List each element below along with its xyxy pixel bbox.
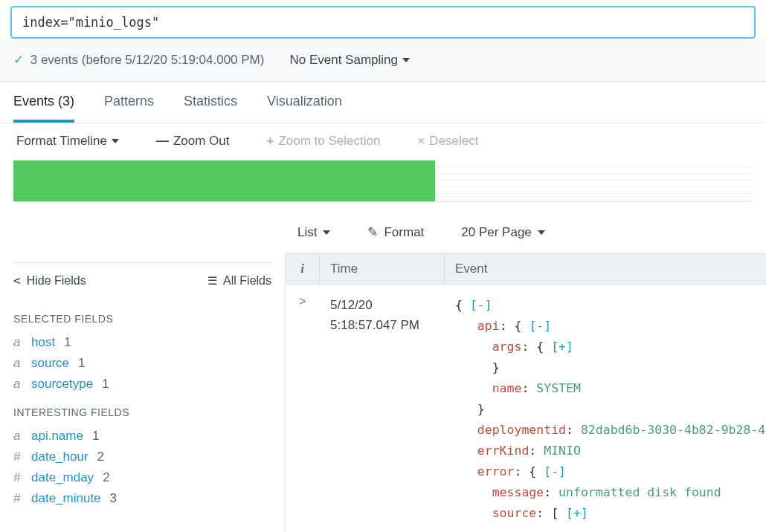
expand-event-button[interactable]: > [286, 285, 320, 532]
event-column-header[interactable]: Event [445, 254, 766, 284]
field-type-icon: a [13, 335, 25, 350]
tab-visualization[interactable]: Visualization [267, 94, 342, 123]
events-table-header: i Time Event [286, 253, 766, 285]
field-api-name[interactable]: a api.name 1 [13, 426, 271, 447]
per-page-dropdown[interactable]: 20 Per Page [461, 224, 545, 240]
expand-toggle[interactable]: [+] [551, 340, 573, 354]
event-time-cell: 5/12/20 5:18:57.047 PM [320, 285, 445, 532]
tab-statistics[interactable]: Statistics [184, 94, 237, 123]
results-display-controls: List ✎ Format 20 Per Page [0, 202, 766, 253]
chevron-down-icon [112, 139, 119, 143]
field-type-icon: a [13, 429, 25, 444]
hide-fields-button[interactable]: < Hide Fields [13, 273, 86, 288]
info-column-header[interactable]: i [286, 254, 320, 284]
field-type-icon: a [13, 356, 25, 371]
pencil-icon: ✎ [367, 224, 378, 240]
timeline-bar [13, 160, 435, 201]
expand-toggle[interactable]: [+] [566, 506, 588, 520]
timeline-controls: Format Timeline — Zoom Out + Zoom to Sel… [0, 123, 766, 156]
field-date-minute[interactable]: # date_minute 3 [13, 488, 271, 509]
status-events: ✓ 3 events (before 5/12/20 5:19:04.000 P… [13, 52, 264, 68]
collapse-toggle[interactable]: [-] [544, 464, 566, 479]
plus-icon: + [266, 134, 274, 149]
field-type-icon: # [13, 470, 25, 485]
field-sourcetype[interactable]: a sourcetype 1 [13, 374, 271, 395]
field-date-mday[interactable]: # date_mday 2 [13, 467, 271, 488]
field-type-icon: # [13, 450, 25, 464]
time-column-header[interactable]: Time [320, 254, 445, 284]
zoom-out-button[interactable]: — Zoom Out [156, 134, 230, 149]
results-tabs: Events (3) Patterns Statistics Visualiza… [0, 82, 766, 123]
event-row: > 5/12/20 5:18:57.047 PM { [-] api: { [-… [286, 285, 766, 532]
all-fields-button[interactable]: ☰ All Fields [207, 274, 271, 288]
check-icon: ✓ [13, 53, 24, 67]
field-type-icon: a [13, 377, 25, 392]
search-input[interactable]: index="minio_logs" [10, 6, 756, 39]
list-mode-dropdown[interactable]: List [297, 224, 330, 240]
tab-events[interactable]: Events (3) [13, 94, 74, 123]
tab-patterns[interactable]: Patterns [104, 94, 154, 123]
timeline-histogram[interactable] [13, 160, 753, 202]
events-table: i Time Event > 5/12/20 5:18:57.047 PM { … [285, 253, 766, 532]
event-sampling-dropdown[interactable]: No Event Sampling [289, 53, 410, 68]
minus-icon: — [156, 134, 169, 149]
format-button[interactable]: ✎ Format [367, 224, 424, 240]
collapse-toggle[interactable]: [-] [529, 319, 551, 333]
field-source[interactable]: a source 1 [13, 353, 271, 374]
status-bar: ✓ 3 events (before 5/12/20 5:19:04.000 P… [0, 39, 766, 82]
chevron-left-icon: < [13, 273, 21, 288]
interesting-fields-title: INTERESTING FIELDS [13, 406, 271, 418]
selected-fields-title: SELECTED FIELDS [13, 313, 271, 325]
deselect-button: × Deselect [417, 134, 478, 149]
field-type-icon: # [13, 491, 25, 506]
chevron-down-icon [402, 58, 410, 62]
status-text: 3 events (before 5/12/20 5:19:04.000 PM) [30, 53, 265, 67]
collapse-toggle[interactable]: [-] [470, 298, 492, 312]
zoom-to-selection-button: + Zoom to Selection [266, 134, 380, 149]
chevron-right-icon: > [299, 295, 306, 308]
event-raw-cell[interactable]: { [-] api: { [-] args: { [+] } name: SYS… [445, 285, 766, 532]
chevron-down-icon [323, 230, 330, 235]
fields-sidebar: < Hide Fields ☰ All Fields SELECTED FIEL… [0, 253, 285, 532]
field-host[interactable]: a host 1 [13, 332, 271, 353]
format-timeline-dropdown[interactable]: Format Timeline [16, 134, 119, 149]
field-date-hour[interactable]: # date_hour 2 [13, 447, 271, 467]
list-icon: ☰ [207, 274, 217, 288]
close-icon: × [417, 134, 425, 149]
chevron-down-icon [538, 230, 545, 235]
